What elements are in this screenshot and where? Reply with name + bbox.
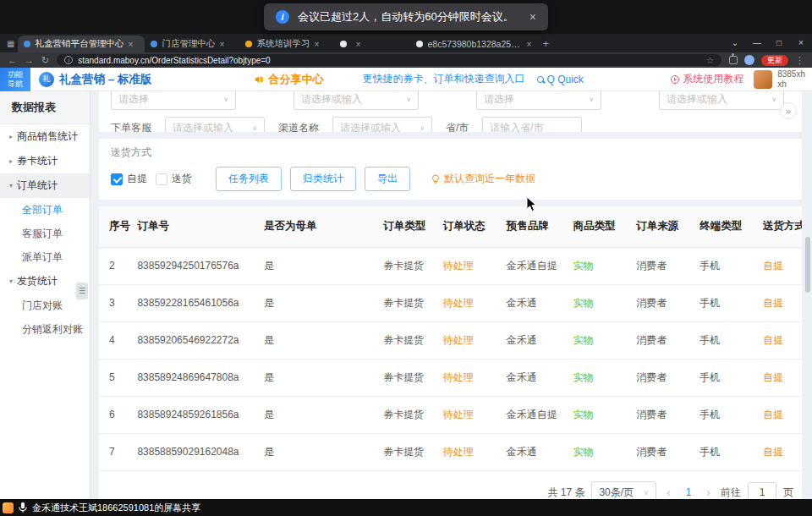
- chevron-down-icon: ∨: [223, 96, 228, 103]
- order-service-select[interactable]: 请选择或输入 ∨: [165, 117, 265, 132]
- avatar: [754, 70, 772, 89]
- site-info-icon[interactable]: i: [64, 56, 73, 64]
- browser-tab[interactable]: 系统培训学习 ×: [239, 36, 334, 52]
- goto-suffix: 页: [783, 486, 793, 500]
- chevron-down-icon: ∨: [589, 96, 594, 103]
- quick-search-button[interactable]: Q Quick: [537, 74, 584, 85]
- table-cell: 消费者: [629, 396, 693, 433]
- back-icon[interactable]: ←: [8, 56, 17, 65]
- select-placeholder: 请选择或输入: [301, 92, 362, 107]
- filter-select[interactable]: 请选择 ∨: [111, 91, 236, 110]
- channel-name-select[interactable]: 请选择或输入 ∨: [332, 117, 432, 132]
- checkbox-label: 送货: [172, 172, 192, 186]
- browser-tab[interactable]: e8c573980b1328a258fd2e6il ×: [410, 36, 537, 52]
- next-page-button[interactable]: ›: [703, 486, 714, 499]
- goto-page-input[interactable]: [748, 482, 776, 499]
- table-cell: 实物: [567, 284, 630, 321]
- close-button[interactable]: ×: [790, 34, 812, 52]
- sidebar-item-order-stats[interactable]: ▾ 订单统计: [0, 173, 90, 198]
- chevron-down-icon: ∨: [771, 96, 776, 103]
- table-row: 5 83858924869647808a 是 券卡提货 待处理 金禾通 实物 消…: [99, 359, 802, 396]
- favicon: [151, 41, 157, 47]
- delivery-method-label: 送货方式: [111, 145, 790, 160]
- filter-select[interactable]: 请选择或输入 ∨: [659, 91, 784, 110]
- filter-label: 渠道名称: [278, 121, 319, 133]
- task-list-button[interactable]: 任务列表: [216, 167, 282, 191]
- sidebar-item-product-sales[interactable]: ▸ 商品销售统计: [0, 124, 90, 149]
- user-menu[interactable]: 8385xh xh: [754, 69, 805, 89]
- page-number-current[interactable]: 1: [681, 486, 697, 498]
- province-city-input[interactable]: [482, 117, 582, 132]
- meeting-toast-bar: i 会议已超过2人，自动转为60分钟限时会议。 ×: [0, 0, 812, 34]
- classify-stats-button[interactable]: 归类统计: [290, 167, 356, 191]
- sidebar: 数据报表 ▸ 商品销售统计 ▸ 券卡统计 ▾ 订单统计 全部订单 客服订单 派单…: [0, 91, 91, 499]
- tab-close-icon[interactable]: ×: [314, 40, 319, 49]
- filter-select[interactable]: 请选择或输入 ∨: [294, 91, 419, 110]
- url-bar[interactable]: i standard.maboy.cn/OrderStatisticsDetai…: [57, 54, 721, 66]
- table-row: 6 83858924859261856a 是 券卡提货 待处理 金禾通自提 实物…: [99, 396, 802, 433]
- export-button[interactable]: 导出: [365, 167, 410, 191]
- new-tab-button[interactable]: +: [542, 37, 549, 50]
- sidebar-item-dispatch-orders[interactable]: 派单订单: [0, 245, 90, 269]
- table-cell: 实物: [567, 359, 630, 396]
- tutorial-link[interactable]: 系统使用教程: [671, 72, 743, 86]
- table-cell: 是: [257, 284, 376, 321]
- sidebar-item-rebate-reconcile[interactable]: 分销返利对账: [0, 317, 90, 341]
- extensions-icon[interactable]: [729, 56, 738, 64]
- tab-close-icon[interactable]: ×: [219, 40, 224, 49]
- tab-close-icon[interactable]: ×: [527, 40, 532, 49]
- filter-label: 下单客服: [111, 121, 151, 133]
- minimize-button[interactable]: —: [746, 34, 768, 52]
- scrollbar[interactable]: [805, 237, 810, 293]
- filter-collapse-button[interactable]: »: [780, 102, 797, 119]
- sidebar-item-service-orders[interactable]: 客服订单: [0, 222, 90, 245]
- browser-menu-icon[interactable]: ⋮: [795, 55, 804, 66]
- favicon: [416, 41, 423, 47]
- sidebar-item-coupon-stats[interactable]: ▸ 券卡统计: [0, 149, 90, 173]
- share-center-label: 合分享中心: [269, 72, 324, 87]
- filter-select[interactable]: 请选择 ∨: [476, 91, 601, 110]
- browser-tab[interactable]: 礼盒营销平台管理中心 ×: [18, 36, 145, 52]
- caret-down-icon: ▾: [9, 182, 13, 189]
- column-header: 送货方式: [756, 206, 802, 247]
- browser-profile-avatar[interactable]: [744, 55, 754, 65]
- sidebar-item-label: 券卡统计: [17, 154, 58, 168]
- sidebar-section-title: 数据报表: [0, 91, 90, 124]
- filter-row: 下单客服 请选择或输入 ∨ 渠道名称 请选择或输入 ∨ 省/市: [111, 117, 790, 132]
- status-badge: 待处理: [436, 433, 500, 470]
- table-cell: 手机: [693, 433, 756, 470]
- self-pickup-checkbox[interactable]: 自提: [111, 172, 147, 186]
- table-cell: 自提: [756, 284, 802, 321]
- quick-entry-text[interactable]: 更快捷的券卡、订单和快递查询入口: [363, 72, 525, 86]
- sidebar-collapse-handle[interactable]: ☰: [76, 283, 88, 299]
- filter-row-clipped: 请选择 ∨ 请选择或输入 ∨ 请选择 ∨ 请选择或输入: [111, 91, 790, 110]
- browser-tab[interactable]: ×: [334, 36, 410, 52]
- table-cell: 券卡提货: [376, 433, 436, 470]
- table-cell: 手机: [693, 284, 756, 321]
- toast-close-icon[interactable]: ×: [529, 10, 536, 24]
- tab-close-icon[interactable]: ×: [355, 40, 360, 49]
- select-placeholder: 请选择: [484, 92, 514, 107]
- tab-grid-icon[interactable]: ▦: [7, 39, 14, 48]
- forward-icon[interactable]: →: [25, 56, 34, 65]
- table-cell: 手机: [693, 247, 756, 284]
- checkbox-label: 自提: [127, 172, 147, 186]
- share-center-link[interactable]: 合分享中心: [254, 72, 324, 87]
- browser-tab[interactable]: 门店管理中心 ×: [145, 36, 239, 52]
- reload-icon[interactable]: ↻: [41, 56, 49, 65]
- delivery-checkbox[interactable]: 送货: [156, 172, 192, 186]
- chevron-down-icon[interactable]: ⌄: [724, 34, 746, 52]
- checkbox-icon: [156, 173, 167, 185]
- prev-page-button[interactable]: ‹: [663, 486, 674, 499]
- bookmark-star-icon[interactable]: ☆: [706, 56, 714, 65]
- browser-update-button[interactable]: 更新: [761, 55, 788, 66]
- function-nav-toggle[interactable]: 功能 导航: [0, 68, 30, 91]
- app-body: 数据报表 ▸ 商品销售统计 ▸ 券卡统计 ▾ 订单统计 全部订单 客服订单 派单…: [0, 91, 812, 499]
- maximize-button[interactable]: □: [768, 34, 790, 52]
- sidebar-item-all-orders[interactable]: 全部订单: [0, 198, 90, 222]
- tab-title: 门店管理中心: [162, 38, 215, 50]
- column-header: 序号: [99, 206, 130, 247]
- table-cell: 83859228165461056a: [130, 284, 257, 321]
- tab-close-icon[interactable]: ×: [128, 40, 133, 49]
- page-size-select[interactable]: 30条/页 ∨: [591, 481, 656, 500]
